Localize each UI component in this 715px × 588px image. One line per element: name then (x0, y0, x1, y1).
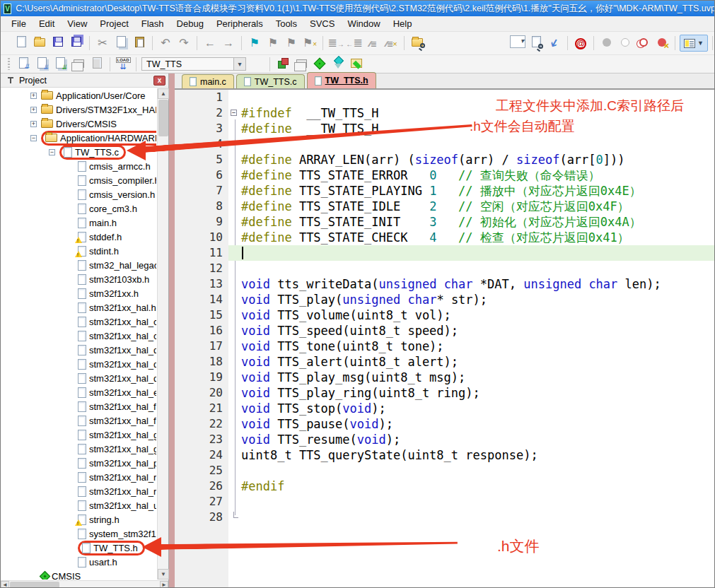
breakpoint-margin[interactable] (175, 230, 187, 245)
tree-item-drivers-stm32f1xx-hal[interactable]: +Drivers/STM32F1xx_HAL_ (1, 102, 156, 117)
find-combo[interactable] (509, 35, 526, 52)
menu-file[interactable]: File (5, 17, 33, 30)
select-packs-button[interactable] (311, 56, 328, 73)
collapse-icon[interactable]: − (30, 135, 37, 141)
code-line-11[interactable]: 11 (175, 245, 715, 261)
download-button[interactable]: LOAD⇊ (115, 56, 132, 73)
tree-item-drivers-cmsis[interactable]: +Drivers/CMSIS (1, 117, 156, 131)
breakpoint-margin[interactable] (175, 292, 187, 307)
fold-margin[interactable] (228, 463, 241, 478)
batch-build-button[interactable] (70, 56, 87, 73)
tree-item-stm32f1xx-hal-fla[interactable]: stm32f1xx_hal_fla (1, 399, 156, 413)
tree-item-core-cm3-h[interactable]: core_cm3.h (1, 201, 156, 216)
breakpoint-margin[interactable] (175, 121, 187, 136)
code-line-9[interactable]: 9#define TTS_STATE_INIT 3 // 初始化（对应芯片返回0… (175, 214, 715, 230)
tree-item-cmsis[interactable]: CMSIS (1, 569, 156, 580)
menu-help[interactable]: Help (387, 17, 419, 30)
breakpoint-margin[interactable] (175, 276, 187, 292)
code-line-23[interactable]: 23void TTS_resume(void); (175, 432, 715, 447)
code-line-18[interactable]: 18void TTS_alert(uint8_t alert); (175, 354, 715, 370)
code-line-22[interactable]: 22void TTS_pause(void); (175, 416, 715, 432)
code-editor[interactable]: 12−#ifndef __TW_TTS_H3#define __TW_TTS_H… (175, 90, 715, 588)
tree-item-stm32f103xb-h[interactable]: stm32f103xb.h (1, 272, 156, 286)
tree-item-cmsis-armcc-h[interactable]: cmsis_armcc.h (1, 159, 156, 173)
tree-item-main-h[interactable]: main.h (1, 216, 156, 230)
tree-item-stm32f1xx-hal-ext[interactable]: stm32f1xx_hal_ext (1, 385, 156, 399)
fold-margin[interactable] (228, 167, 241, 183)
manage-books-button[interactable] (330, 56, 347, 73)
scrollbar-thumb[interactable] (10, 582, 59, 588)
fold-margin[interactable] (228, 199, 241, 214)
stop-build-button[interactable] (88, 56, 105, 73)
code-line-25[interactable]: 25 (175, 463, 715, 478)
fold-margin[interactable] (228, 385, 241, 401)
tab-tw-tts-h[interactable]: TW_TTS.h (307, 72, 376, 88)
disable-all-breakpoints-button[interactable] (635, 35, 652, 52)
tree-item-stm32f1xx-hal-ua[interactable]: stm32f1xx_hal_ua (1, 498, 156, 512)
breakpoint-margin[interactable] (175, 105, 187, 121)
close-icon[interactable]: x (153, 76, 165, 86)
fold-collapse-icon[interactable]: − (231, 110, 237, 116)
tree-item-application-user-core[interactable]: +Application/User/Core (1, 88, 156, 102)
cut-button[interactable]: ✂ (94, 35, 111, 52)
tree-item-stm32f1xx-hal-rcc[interactable]: stm32f1xx_hal_rcc (1, 470, 156, 484)
insert-bookmark-button[interactable]: ⚑ (246, 35, 263, 52)
open-file-button[interactable] (31, 35, 48, 52)
code-line-20[interactable]: 20void TTS_play_ring(uint8_t ring); (175, 385, 715, 401)
breakpoint-margin[interactable] (175, 339, 187, 354)
tab-main-c[interactable]: main.c (182, 74, 234, 88)
breakpoint-margin[interactable] (175, 245, 187, 261)
window-layout-button[interactable]: ▼ (680, 35, 708, 52)
breakpoint-margin[interactable] (175, 385, 187, 401)
code-line-16[interactable]: 16void TTS_speed(uint8_t speed); (175, 323, 715, 339)
chevron-down-icon[interactable]: ▼ (697, 40, 704, 47)
tree-item-stm32f1xx-hal-dm[interactable]: stm32f1xx_hal_dm (1, 357, 156, 371)
navigate-back-button[interactable]: ← (202, 35, 219, 52)
tree-horizontal-scrollbar[interactable]: ◄ ► (1, 580, 168, 588)
fold-margin[interactable] (228, 307, 241, 323)
paste-button[interactable] (131, 35, 148, 52)
redo-button[interactable]: ↷ (175, 35, 192, 52)
breakpoint-margin[interactable] (175, 510, 187, 525)
scroll-right-icon[interactable]: ► (160, 581, 168, 588)
manage-rte-button[interactable] (274, 56, 291, 73)
tree-item-string-h[interactable]: string.h (1, 512, 156, 527)
tree-item-stddef-h[interactable]: stddef.h (1, 230, 156, 244)
breakpoint-margin[interactable] (175, 307, 187, 323)
fold-margin[interactable] (228, 276, 241, 292)
code-line-8[interactable]: 8#define TTS_STATE_IDLE 2 // 空闲（对应芯片返回0x… (175, 199, 715, 214)
code-line-6[interactable]: 6#define TTS_STATE_ERROR 0 // 查询失败（命令错误） (175, 167, 715, 183)
breakpoint-margin[interactable] (175, 214, 187, 230)
menu-edit[interactable]: Edit (33, 17, 61, 30)
fold-margin[interactable] (228, 121, 241, 136)
tree-item-tw-tts-h[interactable]: TW_TTS.h (1, 541, 156, 555)
tree-item-stm32f1xx-hal-co[interactable]: stm32f1xx_hal_co (1, 329, 156, 343)
fold-margin[interactable] (228, 432, 241, 447)
find-in-files-button[interactable] (409, 35, 426, 52)
fold-margin[interactable] (228, 214, 241, 230)
undo-button[interactable]: ↶ (157, 35, 174, 52)
fold-margin[interactable] (228, 245, 241, 261)
target-select-combo[interactable]: TW_TTS▾ (141, 57, 246, 71)
menu-svcs[interactable]: SVCS (303, 17, 341, 30)
breakpoint-margin[interactable] (175, 152, 187, 167)
tree-vertical-scrollbar[interactable]: ▲ ▼ (157, 88, 168, 580)
code-line-27[interactable]: 27 (175, 494, 715, 510)
fold-margin[interactable] (228, 370, 241, 385)
menu-project[interactable]: Project (93, 17, 134, 30)
breakpoint-margin[interactable] (175, 323, 187, 339)
tab-tw-tts-c[interactable]: TW_TTS.c (236, 74, 305, 88)
pack-installer-button[interactable] (348, 56, 365, 73)
breakpoint-margin[interactable] (175, 183, 187, 199)
fold-margin[interactable] (228, 152, 241, 167)
copy-button[interactable] (112, 35, 129, 52)
expand-icon[interactable]: + (30, 93, 37, 99)
toggle-breakpoint-button[interactable] (598, 35, 615, 52)
next-bookmark-button[interactable]: ⚑ (265, 35, 281, 52)
breakpoint-margin[interactable] (175, 354, 187, 370)
code-line-7[interactable]: 7#define TTS_STATE_PLAYING 1 // 播放中（对应芯片… (175, 183, 715, 199)
comment-selection-button[interactable]: ∕∕≣ (364, 35, 381, 52)
code-line-12[interactable]: 12 (175, 261, 715, 276)
new-file-button[interactable] (13, 35, 30, 52)
find-in-files-2-button[interactable] (528, 35, 545, 52)
